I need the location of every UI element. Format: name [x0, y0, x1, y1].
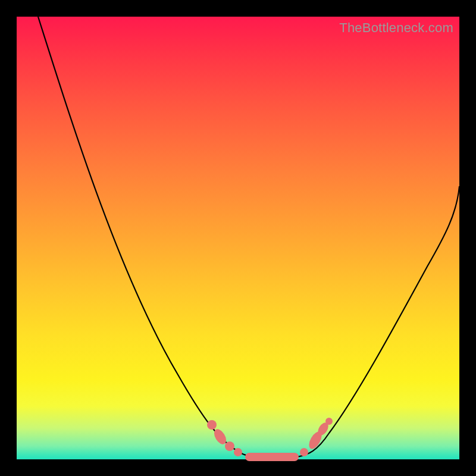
curve-marker — [207, 420, 217, 430]
curve-marker — [225, 441, 234, 451]
curve-marker — [300, 448, 308, 456]
curve-marker — [234, 448, 242, 456]
chart-frame: TheBottleneck.com — [17, 17, 459, 459]
curve-valley-marker — [245, 453, 299, 461]
bottleneck-curve-svg — [17, 17, 459, 459]
curve-marker — [325, 418, 333, 425]
bottleneck-curve — [38, 17, 459, 459]
